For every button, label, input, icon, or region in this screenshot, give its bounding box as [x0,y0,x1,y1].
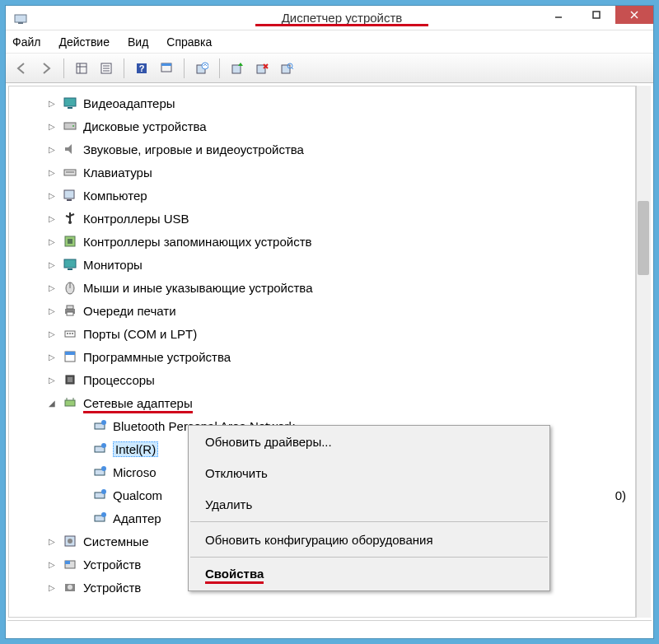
menu-help[interactable]: Справка [166,35,212,49]
tree-item-label: Звуковые, игровые и видеоустройства [83,142,304,156]
toolbar: ? [6,54,653,83]
svg-rect-41 [68,268,72,270]
context-menu-separator [190,557,548,558]
menubar: Файл Действие Вид Справка [6,30,653,54]
enable-device-icon[interactable] [227,58,248,79]
uninstall-device-icon[interactable] [251,58,273,79]
scroll-thumb[interactable] [638,201,649,275]
update-driver-icon[interactable] [191,58,213,79]
close-button[interactable] [615,6,653,24]
tree-item[interactable]: ▷Компьютер [16,184,635,207]
menu-action[interactable]: Действие [58,35,110,49]
menu-view[interactable]: Вид [128,35,148,49]
tree-item-label: Контроллеры USB [83,212,189,226]
expander-placeholder [75,465,88,478]
status-bar [7,620,652,638]
tree-item-label: Порты (COM и LPT) [83,327,197,341]
tree-item[interactable]: ▷Порты (COM и LPT) [16,322,635,345]
tree-item-label: Очереди печати [83,304,176,318]
svg-rect-54 [68,377,72,382]
maximize-button[interactable] [577,6,615,24]
app-icon [11,8,30,28]
minimize-button[interactable] [540,6,577,24]
monitor-icon [62,95,78,111]
tree-item[interactable]: ▷Программные устройства [16,345,635,368]
tree-item-label: Процессоры [83,373,155,387]
expander-icon[interactable]: ▷ [45,534,58,548]
netadapter-icon [91,464,108,480]
expander-icon[interactable]: ▷ [45,96,58,110]
annotation-underline [255,24,428,26]
expander-icon[interactable]: ▷ [45,327,58,340]
netadapter-icon [91,441,108,457]
tree-item-label: Программные устройства [83,350,231,364]
properties-icon[interactable] [96,58,117,79]
tree-item-label: Устройств [83,581,141,595]
tree-item-label: Мыши и иные указывающие устройства [83,281,312,295]
tree-item-label: Адаптер [113,511,161,525]
expander-icon[interactable]: ▷ [45,166,58,179]
expander-icon[interactable]: ▷ [45,119,58,133]
svg-rect-52 [65,352,75,355]
imaging-icon [62,579,78,595]
context-menu-item[interactable]: Обновить драйверы... [189,426,549,457]
tree-item[interactable]: ▷Контроллеры запоминающих устройств [16,230,635,253]
context-menu: Обновить драйверы...ОтключитьУдалитьОбно… [188,425,550,591]
svg-point-69 [68,539,72,544]
tree-item[interactable]: ▷Звуковые, игровые и видеоустройства [16,138,635,161]
svg-point-65 [101,489,106,494]
context-menu-item[interactable]: Свойства [189,559,549,590]
expander-icon[interactable]: ▷ [45,350,58,363]
svg-rect-6 [77,63,86,73]
device-manager-window: Диспетчер устройств Файл Действие Вид Сп… [5,5,654,639]
expander-icon[interactable]: ▷ [45,304,58,317]
tree-item[interactable]: ◢Сетевые адаптеры [16,391,635,414]
tree-item[interactable]: ▷Видеоадаптеры [16,91,635,114]
svg-point-29 [72,125,74,127]
toolbar-separator [63,58,64,78]
content-area: ▷Видеоадаптеры▷Дисковые устройства▷Звуко… [7,85,652,618]
expander-placeholder [75,442,88,455]
keyboard-icon [62,164,78,180]
tree-item[interactable]: ▷Дисковые устройства [16,114,635,138]
svg-rect-3 [593,12,600,18]
svg-point-73 [68,585,72,590]
expander-icon[interactable]: ▷ [45,189,58,202]
context-menu-item[interactable]: Отключить [189,457,549,488]
help-icon[interactable]: ? [131,58,152,79]
expander-icon[interactable]: ▷ [45,373,58,386]
storage-icon [62,233,78,250]
tree-item[interactable]: ▷Мыши и иные указывающие устройства [16,276,635,299]
expander-icon[interactable]: ◢ [45,396,58,409]
svg-rect-19 [232,65,241,73]
tree-item[interactable]: ▷Процессоры [16,368,635,391]
expander-icon[interactable]: ▷ [45,558,58,571]
expander-icon[interactable]: ▷ [45,142,58,156]
tree-item-label: Устройств [83,558,141,572]
forward-button[interactable] [35,58,57,79]
svg-point-67 [101,512,106,517]
tree-item[interactable]: ▷Очереди печати [16,299,635,322]
tree-item[interactable]: ▷Мониторы [16,253,635,276]
back-button[interactable] [11,58,32,79]
menu-file[interactable]: Файл [12,35,40,49]
tree-item[interactable]: ▷Контроллеры USB [16,207,635,230]
toolbar-separator [124,58,124,78]
system-icon [62,533,78,549]
tree-item-label: Системные [83,534,148,548]
expander-icon[interactable]: ▷ [45,212,58,225]
context-menu-item[interactable]: Обновить конфигурацию оборудования [189,524,549,555]
expander-icon[interactable]: ▷ [45,581,58,594]
expander-icon[interactable]: ▷ [45,258,58,271]
tree-item[interactable]: ▷Клавиатуры [16,161,635,184]
svg-rect-16 [161,63,171,66]
scan-icon[interactable] [156,58,177,79]
svg-rect-20 [257,65,265,73]
vertical-scrollbar[interactable] [636,86,651,618]
show-all-icon[interactable] [71,58,92,79]
disk-icon [62,118,78,134]
expander-icon[interactable]: ▷ [45,235,58,248]
expander-icon[interactable]: ▷ [45,281,58,294]
context-menu-item[interactable]: Удалить [189,488,549,520]
scan-hardware-icon[interactable] [276,58,297,79]
